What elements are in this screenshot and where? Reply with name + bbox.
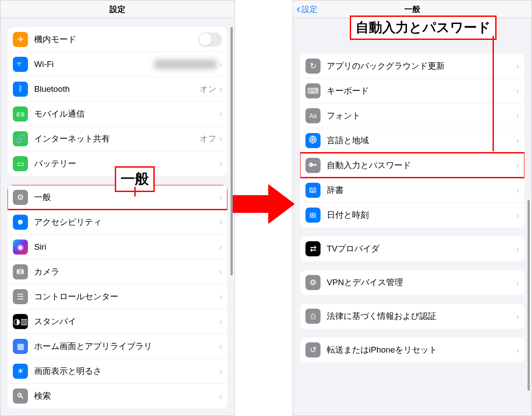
row-label: 辞書	[327, 184, 516, 196]
chevron-right-icon: ›	[219, 192, 222, 202]
row-language[interactable]: 🌐︎言語と地域›	[300, 128, 524, 153]
settings-list[interactable]: ✈︎機内モードᯤWi-Fi›ᛒBluetoothオン›((·))モバイル通信›🔗…	[0, 18, 235, 416]
row-accessibility[interactable]: ☻アクセシビリティ›	[8, 210, 227, 235]
toggle[interactable]	[198, 32, 222, 47]
sliders-icon: ☰	[13, 289, 28, 304]
row-label: カメラ	[34, 266, 219, 278]
calendar-icon: 📅︎	[305, 208, 321, 223]
chevron-right-icon: ›	[219, 217, 222, 227]
refresh-icon: ↻	[305, 59, 321, 74]
settings-group: ✈︎機内モードᯤWi-Fi›ᛒBluetoothオン›((·))モバイル通信›🔗…	[8, 27, 227, 176]
row-value: オン	[200, 83, 216, 95]
row-wifi[interactable]: ᯤWi-Fi›	[8, 52, 227, 77]
row-search[interactable]: 🔍︎検索›	[8, 384, 227, 408]
chevron-right-icon: ›	[516, 86, 519, 96]
row-dictionary[interactable]: 📖︎辞書›	[300, 178, 524, 203]
row-camera[interactable]: 📷︎カメラ›	[8, 259, 227, 284]
chevron-right-icon: ›	[516, 345, 519, 355]
chevron-left-icon: ‹	[297, 2, 301, 16]
keyboard-icon: ⌨︎	[305, 83, 321, 98]
row-label: モバイル通信	[34, 108, 219, 120]
antenna-icon: ((·))	[13, 106, 28, 122]
row-keyboard[interactable]: ⌨︎キーボード›	[300, 78, 524, 103]
navbar-title: 設定	[110, 4, 125, 15]
airplane-icon: ✈︎	[13, 32, 28, 47]
row-label: 法律に基づく情報および認証	[327, 310, 516, 322]
row-label: Bluetooth	[34, 84, 200, 94]
general-group: ↺転送またはiPhoneをリセット›	[300, 338, 524, 362]
general-group: ↻アプリのバックグラウンド更新›⌨︎キーボード›Aaフォント›🌐︎言語と地域›🔑…	[300, 54, 524, 228]
row-label: フォント	[327, 110, 516, 122]
row-standby[interactable]: ◑▥スタンバイ›	[8, 309, 227, 334]
scrollbar[interactable]	[528, 200, 530, 391]
battery-icon: ▭	[13, 156, 28, 171]
row-home-screen[interactable]: ▦ホーム画面とアプリライブラリ›	[8, 334, 227, 359]
annotation-connector	[134, 187, 136, 196]
chevron-right-icon: ›	[516, 135, 519, 145]
chevron-right-icon: ›	[219, 366, 222, 376]
settings-group: ⚙︎一般›☻アクセシビリティ›◉Siri›📷︎カメラ›☰コントロールセンター›◑…	[8, 185, 227, 408]
row-hotspot[interactable]: 🔗インターネット共有オフ›	[8, 126, 227, 151]
row-autofill[interactable]: 🔑︎自動入力とパスワード›	[300, 153, 524, 178]
row-label: スタンバイ	[34, 316, 219, 327]
cert-icon: ⎙	[305, 309, 321, 324]
navbar: 設定	[0, 0, 235, 18]
chevron-right-icon: ›	[516, 110, 519, 121]
book-icon: 📖︎	[305, 183, 321, 198]
key-icon: 🔑︎	[305, 158, 321, 173]
reset-icon: ↺	[305, 342, 321, 357]
scrollbar[interactable]	[231, 27, 233, 275]
row-legal[interactable]: ⎙法律に基づく情報および認証›	[300, 304, 524, 329]
chevron-right-icon: ›	[516, 210, 519, 220]
annotation-connector	[493, 36, 494, 151]
general-group: ⎙法律に基づく情報および認証›	[300, 304, 524, 329]
row-label: 機内モード	[34, 34, 198, 45]
row-siri[interactable]: ◉Siri›	[8, 235, 227, 259]
apps-icon: ▦	[13, 339, 28, 354]
row-label: キーボード	[327, 85, 516, 97]
chevron-right-icon: ›	[219, 267, 222, 277]
row-cellular[interactable]: ((·))モバイル通信›	[8, 102, 227, 126]
chevron-right-icon: ›	[516, 61, 519, 71]
general-list[interactable]: ↻アプリのバックグラウンド更新›⌨︎キーボード›Aaフォント›🌐︎言語と地域›🔑…	[293, 18, 532, 416]
annotation-label: 自動入力とパスワード	[350, 16, 497, 40]
bluetooth-icon: ᛒ	[13, 82, 28, 97]
chevron-right-icon: ›	[516, 311, 519, 322]
chevron-right-icon: ›	[516, 244, 519, 254]
chevron-right-icon: ›	[219, 133, 222, 144]
standby-icon: ◑▥	[13, 314, 28, 329]
row-label: 検索	[34, 390, 219, 402]
row-fonts[interactable]: Aaフォント›	[300, 103, 524, 128]
camera-icon: 📷︎	[13, 264, 28, 279]
row-datetime[interactable]: 📅︎日付と時刻›	[300, 203, 524, 228]
accessibility-icon: ☻	[13, 215, 28, 230]
row-display[interactable]: ☀︎画面表示と明るさ›	[8, 359, 227, 384]
chevron-right-icon: ›	[219, 84, 222, 94]
row-label: Siri	[34, 242, 219, 252]
general-group: ⚙︎VPNとデバイス管理›	[300, 270, 524, 295]
siri-icon: ◉	[13, 239, 28, 255]
row-vpn[interactable]: ⚙︎VPNとデバイス管理›	[300, 270, 524, 295]
search-icon: 🔍︎	[13, 389, 28, 404]
back-button[interactable]: ‹ 設定	[297, 2, 317, 16]
row-label: 自動入力とパスワード	[327, 160, 516, 171]
row-reset[interactable]: ↺転送またはiPhoneをリセット›	[300, 338, 524, 362]
row-label: 画面表示と明るさ	[34, 365, 219, 377]
row-value: オフ	[200, 133, 216, 145]
row-control-center[interactable]: ☰コントロールセンター›	[8, 284, 227, 309]
row-airplane-mode[interactable]: ✈︎機内モード	[8, 27, 227, 52]
chevron-right-icon: ›	[219, 391, 222, 401]
chevron-right-icon: ›	[516, 278, 519, 288]
row-tv-provider[interactable]: ⇄TVプロバイダ›	[300, 236, 524, 261]
chevron-right-icon: ›	[219, 291, 222, 302]
row-bg-refresh[interactable]: ↻アプリのバックグラウンド更新›	[300, 54, 524, 78]
row-label: インターネット共有	[34, 133, 200, 145]
row-label: TVプロバイダ	[327, 243, 516, 255]
svg-marker-0	[233, 184, 295, 224]
row-label: 一般	[34, 192, 219, 203]
row-bluetooth[interactable]: ᛒBluetoothオン›	[8, 77, 227, 102]
row-label: VPNとデバイス管理	[327, 277, 516, 288]
row-label: アクセシビリティ	[34, 216, 219, 228]
row-label: 転送またはiPhoneをリセット	[327, 344, 516, 356]
row-label: ホーム画面とアプリライブラリ	[34, 341, 219, 352]
